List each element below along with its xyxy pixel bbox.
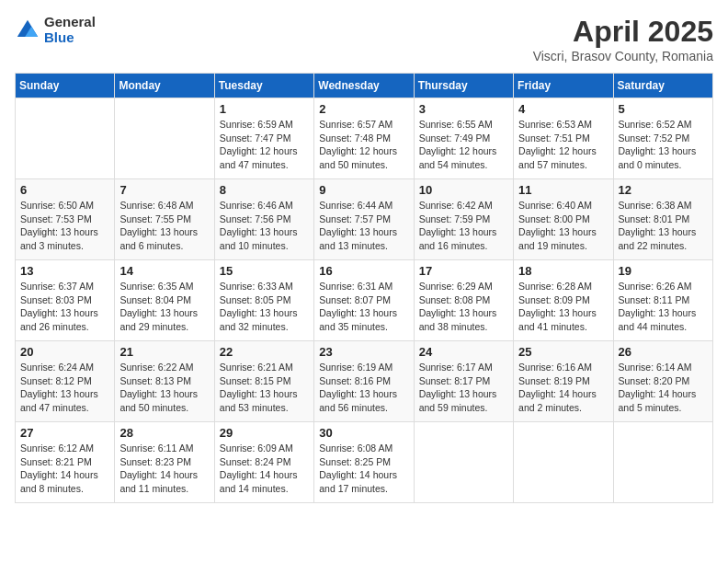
day-detail: Sunrise: 6:28 AM Sunset: 8:09 PM Dayligh…: [518, 280, 608, 334]
day-number: 11: [518, 183, 608, 197]
calendar-cell: 25Sunrise: 6:16 AM Sunset: 8:19 PM Dayli…: [514, 341, 613, 422]
day-number: 26: [619, 345, 708, 359]
page-header: General Blue April 2025 Viscri, Brasov C…: [15, 15, 713, 63]
day-detail: Sunrise: 6:50 AM Sunset: 7:53 PM Dayligh…: [20, 199, 109, 253]
day-detail: Sunrise: 6:12 AM Sunset: 8:21 PM Dayligh…: [20, 442, 109, 496]
calendar-week-0: 1Sunrise: 6:59 AM Sunset: 7:47 PM Daylig…: [16, 98, 713, 179]
calendar-cell: 18Sunrise: 6:28 AM Sunset: 8:09 PM Dayli…: [514, 260, 613, 341]
day-number: 28: [119, 426, 209, 440]
header-thursday: Thursday: [414, 74, 513, 98]
calendar-cell: 19Sunrise: 6:26 AM Sunset: 8:11 PM Dayli…: [613, 260, 712, 341]
day-number: 16: [319, 264, 408, 278]
day-detail: Sunrise: 6:40 AM Sunset: 8:00 PM Dayligh…: [518, 199, 608, 253]
day-detail: Sunrise: 6:24 AM Sunset: 8:12 PM Dayligh…: [20, 361, 109, 415]
header-saturday: Saturday: [613, 74, 712, 98]
logo-icon: [15, 17, 40, 43]
calendar-cell: 4Sunrise: 6:53 AM Sunset: 7:51 PM Daylig…: [514, 98, 613, 179]
calendar-cell: 21Sunrise: 6:22 AM Sunset: 8:13 PM Dayli…: [115, 341, 214, 422]
calendar-week-4: 27Sunrise: 6:12 AM Sunset: 8:21 PM Dayli…: [16, 422, 713, 503]
day-number: 1: [220, 102, 309, 116]
header-row: Sunday Monday Tuesday Wednesday Thursday…: [16, 74, 713, 98]
calendar-cell: [16, 98, 115, 179]
logo-text: General Blue: [44, 15, 96, 45]
day-number: 19: [619, 264, 708, 278]
day-detail: Sunrise: 6:44 AM Sunset: 7:57 PM Dayligh…: [319, 199, 408, 253]
day-detail: Sunrise: 6:37 AM Sunset: 8:03 PM Dayligh…: [20, 280, 109, 334]
calendar-week-1: 6Sunrise: 6:50 AM Sunset: 7:53 PM Daylig…: [16, 179, 713, 260]
calendar-cell: 17Sunrise: 6:29 AM Sunset: 8:08 PM Dayli…: [414, 260, 513, 341]
day-detail: Sunrise: 6:08 AM Sunset: 8:25 PM Dayligh…: [319, 442, 408, 496]
day-detail: Sunrise: 6:26 AM Sunset: 8:11 PM Dayligh…: [619, 280, 708, 334]
day-number: 17: [419, 264, 508, 278]
day-detail: Sunrise: 6:14 AM Sunset: 8:20 PM Dayligh…: [619, 361, 708, 415]
day-number: 18: [518, 264, 608, 278]
day-number: 20: [20, 345, 109, 359]
day-detail: Sunrise: 6:52 AM Sunset: 7:52 PM Dayligh…: [619, 118, 708, 172]
day-detail: Sunrise: 6:55 AM Sunset: 7:49 PM Dayligh…: [419, 118, 508, 172]
day-detail: Sunrise: 6:22 AM Sunset: 8:13 PM Dayligh…: [119, 361, 209, 415]
day-detail: Sunrise: 6:09 AM Sunset: 8:24 PM Dayligh…: [220, 442, 309, 496]
day-detail: Sunrise: 6:38 AM Sunset: 8:01 PM Dayligh…: [619, 199, 708, 253]
day-number: 9: [319, 183, 408, 197]
day-detail: Sunrise: 6:35 AM Sunset: 8:04 PM Dayligh…: [119, 280, 209, 334]
day-number: 23: [319, 345, 408, 359]
day-number: 12: [619, 183, 708, 197]
day-number: 29: [220, 426, 309, 440]
day-detail: Sunrise: 6:21 AM Sunset: 8:15 PM Dayligh…: [220, 361, 309, 415]
day-detail: Sunrise: 6:16 AM Sunset: 8:19 PM Dayligh…: [518, 361, 608, 415]
day-number: 4: [518, 102, 608, 116]
day-number: 7: [119, 183, 209, 197]
day-detail: Sunrise: 6:11 AM Sunset: 8:23 PM Dayligh…: [119, 442, 209, 496]
day-number: 10: [419, 183, 508, 197]
day-detail: Sunrise: 6:48 AM Sunset: 7:55 PM Dayligh…: [119, 199, 209, 253]
day-detail: Sunrise: 6:53 AM Sunset: 7:51 PM Dayligh…: [518, 118, 608, 172]
day-detail: Sunrise: 6:19 AM Sunset: 8:16 PM Dayligh…: [319, 361, 408, 415]
calendar-cell: [115, 98, 214, 179]
month-title: April 2025: [533, 15, 713, 49]
day-detail: Sunrise: 6:59 AM Sunset: 7:47 PM Dayligh…: [220, 118, 309, 172]
day-detail: Sunrise: 6:46 AM Sunset: 7:56 PM Dayligh…: [220, 199, 309, 253]
location-subtitle: Viscri, Brasov County, Romania: [533, 49, 713, 63]
day-number: 14: [119, 264, 209, 278]
logo: General Blue: [15, 15, 96, 45]
calendar-cell: 1Sunrise: 6:59 AM Sunset: 7:47 PM Daylig…: [214, 98, 313, 179]
calendar-cell: 11Sunrise: 6:40 AM Sunset: 8:00 PM Dayli…: [514, 179, 613, 260]
logo-general: General: [44, 15, 96, 30]
calendar-cell: 14Sunrise: 6:35 AM Sunset: 8:04 PM Dayli…: [115, 260, 214, 341]
calendar-cell: 10Sunrise: 6:42 AM Sunset: 7:59 PM Dayli…: [414, 179, 513, 260]
title-section: April 2025 Viscri, Brasov County, Romani…: [533, 15, 713, 63]
header-sunday: Sunday: [16, 74, 115, 98]
calendar-cell: 20Sunrise: 6:24 AM Sunset: 8:12 PM Dayli…: [16, 341, 115, 422]
calendar-cell: 6Sunrise: 6:50 AM Sunset: 7:53 PM Daylig…: [16, 179, 115, 260]
day-number: 3: [419, 102, 508, 116]
calendar-cell: 16Sunrise: 6:31 AM Sunset: 8:07 PM Dayli…: [314, 260, 414, 341]
calendar-cell: 30Sunrise: 6:08 AM Sunset: 8:25 PM Dayli…: [314, 422, 414, 503]
day-number: 21: [119, 345, 209, 359]
calendar-cell: 9Sunrise: 6:44 AM Sunset: 7:57 PM Daylig…: [314, 179, 414, 260]
day-number: 27: [20, 426, 109, 440]
calendar-cell: 22Sunrise: 6:21 AM Sunset: 8:15 PM Dayli…: [214, 341, 313, 422]
calendar-cell: 15Sunrise: 6:33 AM Sunset: 8:05 PM Dayli…: [214, 260, 313, 341]
header-friday: Friday: [514, 74, 613, 98]
day-detail: Sunrise: 6:17 AM Sunset: 8:17 PM Dayligh…: [419, 361, 508, 415]
calendar-cell: [514, 422, 613, 503]
calendar-cell: 5Sunrise: 6:52 AM Sunset: 7:52 PM Daylig…: [613, 98, 712, 179]
calendar-cell: 27Sunrise: 6:12 AM Sunset: 8:21 PM Dayli…: [16, 422, 115, 503]
day-detail: Sunrise: 6:42 AM Sunset: 7:59 PM Dayligh…: [419, 199, 508, 253]
calendar-cell: 24Sunrise: 6:17 AM Sunset: 8:17 PM Dayli…: [414, 341, 513, 422]
day-detail: Sunrise: 6:31 AM Sunset: 8:07 PM Dayligh…: [319, 280, 408, 334]
calendar-cell: 28Sunrise: 6:11 AM Sunset: 8:23 PM Dayli…: [115, 422, 214, 503]
calendar-table: Sunday Monday Tuesday Wednesday Thursday…: [15, 73, 713, 503]
calendar-week-2: 13Sunrise: 6:37 AM Sunset: 8:03 PM Dayli…: [16, 260, 713, 341]
day-detail: Sunrise: 6:57 AM Sunset: 7:48 PM Dayligh…: [319, 118, 408, 172]
calendar-cell: 26Sunrise: 6:14 AM Sunset: 8:20 PM Dayli…: [613, 341, 712, 422]
calendar-cell: 8Sunrise: 6:46 AM Sunset: 7:56 PM Daylig…: [214, 179, 313, 260]
header-tuesday: Tuesday: [214, 74, 313, 98]
day-number: 8: [220, 183, 309, 197]
header-monday: Monday: [115, 74, 214, 98]
day-detail: Sunrise: 6:29 AM Sunset: 8:08 PM Dayligh…: [419, 280, 508, 334]
day-number: 22: [220, 345, 309, 359]
day-number: 2: [319, 102, 408, 116]
calendar-cell: 2Sunrise: 6:57 AM Sunset: 7:48 PM Daylig…: [314, 98, 414, 179]
calendar-week-3: 20Sunrise: 6:24 AM Sunset: 8:12 PM Dayli…: [16, 341, 713, 422]
